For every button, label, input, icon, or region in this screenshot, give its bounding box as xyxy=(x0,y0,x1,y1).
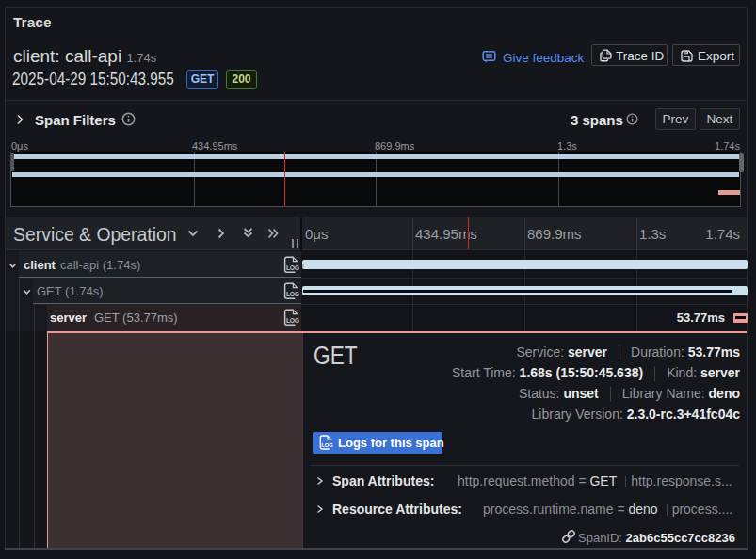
svg-text:LOG: LOG xyxy=(286,264,299,271)
svg-text:LOG: LOG xyxy=(286,317,299,324)
svg-text:LOG: LOG xyxy=(322,442,333,448)
svg-text:LOG: LOG xyxy=(286,291,299,297)
